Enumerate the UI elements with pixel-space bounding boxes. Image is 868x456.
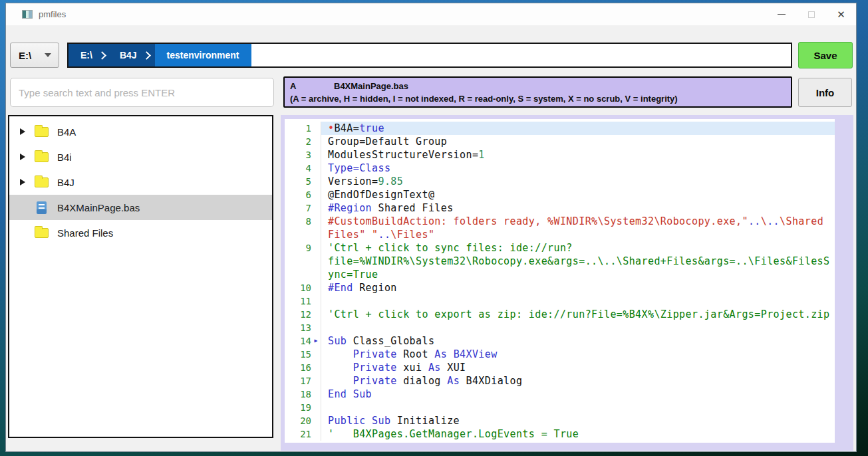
line-number: 10	[285, 281, 311, 294]
breadcrumb: E:\B4J	[69, 44, 155, 66]
expand-slot	[20, 154, 35, 160]
gutter-spacer	[311, 388, 321, 401]
code-line[interactable]: 20Public Sub Initialize	[285, 414, 835, 427]
line-number: 6	[285, 188, 311, 201]
line-number: 5	[285, 175, 311, 188]
code-text	[321, 401, 835, 414]
close-icon: ✕	[837, 9, 845, 19]
gutter-spacer	[311, 268, 321, 281]
code-text: Version=9.85	[321, 175, 835, 188]
code-line[interactable]: 11	[285, 294, 835, 308]
code-line[interactable]: 6@EndOfDesignText@	[285, 188, 835, 201]
search-input[interactable]	[10, 78, 274, 107]
window-controls: ✕	[766, 3, 856, 25]
code-line[interactable]: 2Group=Default Group	[285, 135, 835, 148]
code-line[interactable]: 4Type=Class	[285, 162, 835, 175]
gutter-spacer	[311, 281, 321, 294]
gutter-spacer	[311, 401, 321, 414]
file-icon	[37, 201, 47, 214]
save-button[interactable]: Save	[798, 42, 853, 68]
gutter-spacer	[311, 361, 321, 374]
window-title: pmfiles	[39, 9, 66, 19]
path-field[interactable]: E:\B4J testenvironment	[67, 43, 792, 68]
code-line[interactable]: 19	[285, 401, 835, 414]
tree-item-b4xmainpage-bas[interactable]: B4XMainPage.bas	[9, 195, 272, 220]
attribute-flag: A	[290, 80, 297, 92]
gutter-spacer	[311, 162, 321, 175]
code-text: ModulesStructureVersion=1	[321, 148, 835, 162]
code-text: Type=Class	[321, 162, 835, 175]
title-bar: pmfiles ✕	[6, 3, 856, 25]
code-line[interactable]: 3ModulesStructureVersion=1	[285, 148, 835, 162]
line-number: 16	[285, 361, 311, 374]
drive-selector[interactable]: E:\	[10, 43, 59, 68]
folder-icon	[35, 177, 49, 187]
line-number: 7	[285, 201, 311, 215]
minimize-button[interactable]	[766, 3, 796, 25]
tree-item-b4j[interactable]: B4J	[9, 170, 272, 195]
code-line[interactable]: 7#Region Shared Files	[285, 201, 835, 215]
code-line[interactable]: 13	[285, 321, 835, 334]
line-number: 18	[285, 388, 311, 401]
breadcrumb-segment[interactable]: E:\	[71, 50, 98, 60]
gutter-spacer	[311, 308, 321, 321]
code-line[interactable]: 18End Sub	[285, 388, 835, 401]
gutter-spacer	[311, 427, 321, 441]
code-text: •B4A=true	[321, 122, 835, 135]
code-line[interactable]: 9'Ctrl + click to sync files: ide://run?	[285, 241, 835, 255]
info-button[interactable]: Info	[798, 78, 852, 107]
code-text: Sub Class_Globals	[321, 334, 835, 348]
folder-icon	[35, 152, 49, 162]
line-number: 1	[285, 122, 311, 135]
line-number: 2	[285, 135, 311, 148]
gutter-spacer	[311, 241, 321, 255]
gutter-spacer	[311, 321, 321, 334]
code-line[interactable]: 1•B4A=true	[285, 122, 835, 135]
code-line[interactable]: 8#CustomBuildAction: folders ready, %WIN…	[285, 215, 835, 228]
code-line[interactable]: 15 Private Root As B4XView	[285, 348, 835, 361]
code-line[interactable]: 12'Ctrl + click to export as zip: ide://…	[285, 308, 835, 321]
code-text: Private dialog As B4XDialog	[321, 374, 835, 388]
chevron-right-icon	[98, 51, 106, 60]
path-input[interactable]	[251, 44, 792, 66]
tree-item-label: B4XMainPage.bas	[57, 202, 140, 213]
tree-item-b4a[interactable]: B4A	[9, 119, 272, 144]
breadcrumb-segment[interactable]: B4J	[110, 50, 142, 60]
code-line[interactable]: 21' B4XPages.GetManager.LogEvents = True	[285, 427, 835, 441]
code-text: file=%WINDIR%\System32\Robocopy.exe&args…	[321, 255, 835, 268]
code-line[interactable]: 10#End Region	[285, 281, 835, 294]
code-line[interactable]: 14▶Sub Class_Globals	[285, 334, 835, 348]
gutter-spacer	[311, 135, 321, 148]
code-text	[321, 294, 835, 308]
close-button[interactable]: ✕	[826, 3, 856, 25]
breadcrumb-active-segment[interactable]: testenvironment	[155, 44, 251, 66]
code-line[interactable]: 17 Private dialog As B4XDialog	[285, 374, 835, 388]
gutter-spacer	[311, 148, 321, 162]
line-number: 14	[285, 334, 311, 348]
code-line[interactable]: file=%WINDIR%\System32\Robocopy.exe&args…	[285, 255, 835, 268]
code-text: End Sub	[321, 388, 835, 401]
tree-item-b4i[interactable]: B4i	[9, 144, 272, 170]
line-number: 15	[285, 348, 311, 361]
line-number: 11	[285, 294, 311, 308]
line-number: 17	[285, 374, 311, 388]
tree-item-shared-files[interactable]: Shared Files	[9, 220, 272, 245]
maximize-button[interactable]	[796, 3, 826, 25]
code-line[interactable]: ync=True	[285, 268, 835, 281]
expand-arrow-icon[interactable]	[20, 128, 25, 135]
expand-arrow-icon[interactable]	[20, 179, 25, 185]
code-area[interactable]: 1•B4A=true2Group=Default Group3ModulesSt…	[285, 119, 835, 443]
gutter-spacer	[311, 348, 321, 361]
collapse-arrow-icon[interactable]: ▶	[311, 334, 321, 348]
line-number: 3	[285, 148, 311, 162]
code-line[interactable]: 5Version=9.85	[285, 175, 835, 188]
gutter-spacer	[311, 414, 321, 427]
attributes-filename: B4XMainPage.bas	[334, 80, 408, 92]
gutter-spacer	[311, 215, 321, 228]
code-line[interactable]: Files" "..\Files"	[285, 228, 835, 241]
attributes-bar: A B4XMainPage.bas (A = archive, H = hidd…	[283, 76, 792, 108]
code-line[interactable]: 16 Private xui As XUI	[285, 361, 835, 374]
expand-arrow-icon[interactable]	[20, 154, 25, 160]
gutter-spacer	[311, 228, 321, 241]
line-number: 13	[285, 321, 311, 334]
